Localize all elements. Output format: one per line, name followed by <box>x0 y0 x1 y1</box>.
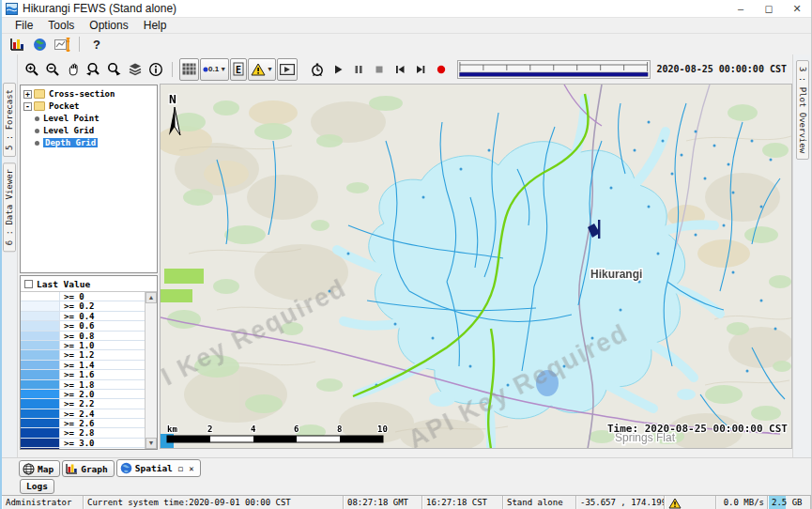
legend-panel: Last Value >= 0>= 0.2>= 0.4>= 0.6>= 0.8>… <box>20 275 158 450</box>
stop-icon[interactable] <box>369 59 389 80</box>
data-viewer-panel: +Cross-section-PocketLevel PointLevel Gr… <box>18 84 160 457</box>
legend-label: >= 2.4 <box>60 409 145 418</box>
legend-row[interactable]: >= 2.6 <box>21 419 145 428</box>
tab-graph[interactable]: Graph <box>62 460 115 477</box>
legend-row[interactable]: >= 1.0 <box>21 341 145 350</box>
svg-text:E: E <box>236 65 241 75</box>
menu-options[interactable]: Options <box>82 19 135 32</box>
legend-row[interactable]: >= 1.8 <box>21 380 145 390</box>
legend-scrollbar[interactable]: ▲ ▼ <box>145 292 157 449</box>
legend-swatch <box>21 341 60 349</box>
legend-row[interactable]: >= 0.2 <box>21 301 145 311</box>
tab-spatial[interactable]: Spatial ◻ ✕ <box>116 459 201 477</box>
warning-threshold-dropdown[interactable]: ▼ <box>248 58 276 81</box>
menu-tools[interactable]: Tools <box>40 19 82 32</box>
legend-swatch <box>21 321 60 330</box>
legend-swatch <box>21 301 60 310</box>
node-bullet-icon <box>35 129 39 133</box>
contour-value-dropdown[interactable]: 0.1 ▼ <box>200 58 229 81</box>
map-globe-icon[interactable] <box>28 35 51 54</box>
legend-row[interactable]: >= 1.4 <box>21 361 145 370</box>
legend-row[interactable]: >= 1.2 <box>21 350 145 360</box>
zoom-in-icon[interactable] <box>22 59 41 80</box>
legend-swatch <box>21 399 60 408</box>
legend-row[interactable]: >= 2.0 <box>21 390 145 399</box>
svg-text:8: 8 <box>337 424 342 434</box>
dock-tab-plot-overview[interactable]: 3 : Plot Overview <box>796 60 809 160</box>
toolbar-separator <box>172 62 173 77</box>
animation-dialog-button[interactable] <box>277 58 298 81</box>
legend-swatch <box>21 439 60 447</box>
map-canvas[interactable]: API Key Required API Key Required Hikura… <box>160 84 792 449</box>
logs-button[interactable]: Logs <box>20 479 54 494</box>
skip-to-start-icon[interactable] <box>390 59 409 80</box>
menu-help[interactable]: Help <box>136 19 175 32</box>
legend-swatch <box>21 292 60 301</box>
menu-file[interactable]: File <box>8 19 40 32</box>
legend-swatch <box>21 361 60 369</box>
close-panel-icon[interactable]: ✕ <box>189 464 193 473</box>
status-user: Administrator <box>2 496 84 509</box>
last-value-checkbox[interactable] <box>24 280 33 288</box>
tree-item-level-point[interactable]: Level Point <box>22 113 156 124</box>
tree-expander-icon[interactable]: + <box>23 90 32 99</box>
grid-display-button[interactable] <box>179 58 199 81</box>
tree-item-depth-grid[interactable]: Depth Grid <box>22 137 156 148</box>
legend-swatch <box>21 312 60 320</box>
tree-item-pocket[interactable]: -Pocket <box>22 100 156 112</box>
explorer-icon[interactable] <box>6 35 28 54</box>
title-bar: Hikurangi FEWS (Stand alone) – ◻ ✕ <box>2 0 811 18</box>
record-icon[interactable] <box>431 59 451 80</box>
timer-icon[interactable] <box>307 59 327 80</box>
legend-row[interactable]: >= 0.8 <box>21 332 145 341</box>
status-warning-icon[interactable] <box>665 496 716 509</box>
legend-label: >= 0.8 <box>60 332 145 340</box>
legend-row[interactable]: >= 0.6 <box>21 321 145 331</box>
close-button[interactable]: ✕ <box>783 0 811 17</box>
legend-swatch <box>21 448 60 449</box>
legend-row[interactable]: >= 2.2 <box>21 399 145 409</box>
legend-row[interactable]: >= 2.4 <box>21 409 145 419</box>
label-toggle-button[interactable]: E <box>230 58 247 81</box>
tab-map[interactable]: Map <box>19 460 60 477</box>
pan-hand-icon[interactable] <box>63 59 83 80</box>
scroll-up-icon[interactable]: ▲ <box>146 292 157 303</box>
legend-row[interactable]: >= 0.4 <box>21 312 145 321</box>
float-panel-icon[interactable]: ◻ <box>178 464 183 473</box>
layers-icon[interactable] <box>125 59 145 80</box>
legend-label: >= 2.6 <box>60 419 145 427</box>
toolbar-separator <box>79 37 80 52</box>
tree-item-level-grid[interactable]: Level Grid <box>22 125 156 136</box>
legend-swatch <box>21 428 60 437</box>
zoom-next-icon[interactable] <box>104 59 124 80</box>
help-button[interactable]: ? <box>85 35 108 54</box>
play-icon[interactable] <box>328 59 347 80</box>
legend-row[interactable]: >= 1.6 <box>21 370 145 379</box>
scroll-down-icon[interactable]: ▼ <box>146 438 157 449</box>
dock-tab-data-viewer[interactable]: 6 : Data Viewer <box>3 162 16 252</box>
legend-label: >= 1.4 <box>60 361 145 369</box>
tree-expander-icon[interactable]: - <box>23 102 32 111</box>
minimize-button[interactable]: – <box>727 0 755 17</box>
main-toolbar: ? <box>2 34 811 54</box>
dock-tab-forecast[interactable]: 5 : Forecast <box>3 83 16 157</box>
bottom-dock: Map Graph Spatial ◻ ✕ Logs <box>2 457 811 495</box>
pause-icon[interactable] <box>348 59 368 80</box>
map-toolbar: 0.1 ▼ E ▼ <box>18 54 792 84</box>
zoom-previous-icon[interactable] <box>84 59 103 80</box>
maximize-button[interactable]: ◻ <box>755 0 783 17</box>
status-mode: Stand alone <box>503 496 576 509</box>
legend-row[interactable]: >= 0 <box>21 292 145 301</box>
tree-item-cross-section[interactable]: +Cross-section <box>22 88 156 100</box>
status-coordinates: -35.657 , 174.199 <box>576 496 665 509</box>
legend-row[interactable]: >= 3.2 <box>21 448 145 449</box>
time-slider[interactable] <box>457 60 651 79</box>
legend-row[interactable]: >= 2.8 <box>21 428 145 438</box>
legend-row[interactable]: >= 3.0 <box>21 439 145 448</box>
zoom-out-icon[interactable] <box>42 59 62 80</box>
info-icon[interactable] <box>146 59 165 80</box>
skip-to-end-icon[interactable] <box>410 59 430 80</box>
timeseries-dialog-icon[interactable] <box>51 35 73 54</box>
status-system-time: Current system time:2020-09-01 00:00 CST <box>84 496 344 509</box>
legend-label: >= 2.8 <box>60 428 145 437</box>
